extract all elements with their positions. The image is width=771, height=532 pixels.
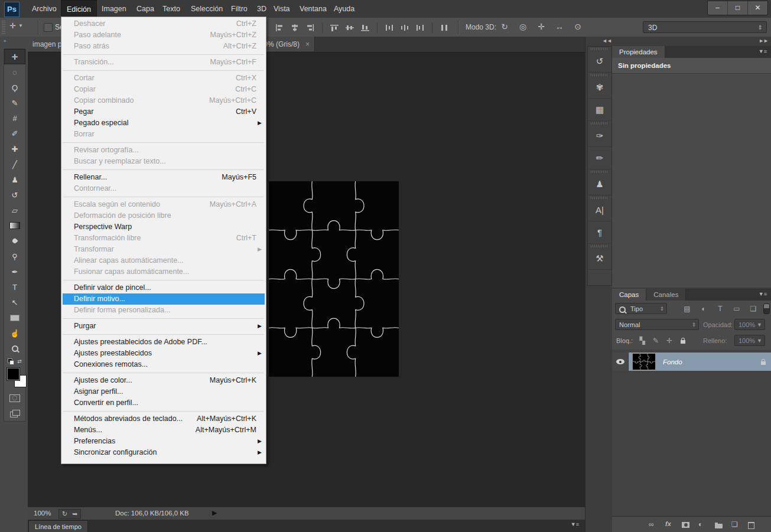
layer-mask-icon[interactable]	[682, 520, 689, 528]
collapse-tools-icon[interactable]: »	[4, 38, 5, 44]
layer-row-fondo[interactable]: Fondo	[612, 353, 771, 371]
history-panel-button[interactable]: ↺	[588, 50, 611, 73]
filter-smart-object-icon[interactable]: ❏	[747, 303, 760, 314]
quick-selection-tool[interactable]: ✎	[4, 95, 25, 110]
menu-item[interactable]: Ajustes preestablecidos de Adobe PDF...	[63, 337, 265, 348]
auto-select-checkbox[interactable]	[44, 23, 53, 32]
align-top-edges-icon[interactable]	[328, 23, 341, 32]
move-tool[interactable]: ✛	[4, 49, 25, 64]
healing-brush-tool[interactable]: ✚	[4, 141, 25, 156]
close-button[interactable]: ✕	[747, 1, 767, 15]
layer-effects-icon[interactable]: fx	[665, 520, 671, 527]
menu-item[interactable]: Rellenar...Mayús+F5	[63, 172, 265, 183]
distribute-center-icon[interactable]	[398, 23, 411, 32]
filter-image-icon[interactable]: ▤	[681, 303, 694, 314]
foreground-color-swatch[interactable]	[7, 368, 19, 380]
3d-zoom-icon[interactable]: ⊙	[571, 20, 584, 33]
menubar-item-capa[interactable]: Capa	[131, 0, 160, 18]
quick-mask-button[interactable]	[4, 390, 25, 406]
color-panel-button[interactable]: ✾	[588, 76, 611, 99]
minimize-button[interactable]: –	[708, 1, 727, 15]
lock-paint-icon[interactable]: ✎	[649, 335, 662, 345]
3d-pan-icon[interactable]: ✛	[535, 20, 548, 33]
menu-item[interactable]: Ajustes de color...Mayús+Ctrl+K	[63, 375, 265, 386]
gradient-tool[interactable]	[4, 218, 25, 233]
sync-status-icon[interactable]: ↻	[62, 510, 67, 518]
distribute-left-icon[interactable]	[383, 23, 396, 32]
maximize-button[interactable]: □	[727, 1, 747, 15]
workspace-selector[interactable]: 3D ⇕	[643, 21, 767, 33]
menubar-item-archivo[interactable]: Archivo	[27, 0, 62, 18]
delete-layer-icon[interactable]	[748, 520, 754, 529]
crop-tool[interactable]: #	[4, 110, 25, 126]
lasso-tool[interactable]: Ϙ	[4, 80, 25, 95]
filter-shape-icon[interactable]: ▭	[730, 303, 743, 314]
eraser-tool[interactable]: ▱	[4, 203, 25, 218]
screen-mode-button[interactable]	[4, 406, 25, 421]
expand-dock-icon[interactable]: ►►	[759, 38, 768, 44]
lock-position-icon[interactable]: ✛	[663, 335, 676, 345]
eyedropper-tool[interactable]: ✐	[4, 126, 25, 141]
menubar-item-vista[interactable]: Vista	[268, 0, 295, 18]
layer-thumbnail[interactable]	[632, 353, 656, 370]
new-layer-icon[interactable]: ❏	[731, 520, 738, 528]
menubar-item-selección[interactable]: Selección	[186, 0, 228, 18]
lock-all-icon[interactable]	[676, 335, 689, 345]
menu-item[interactable]: Sincronizar configuración▶	[63, 447, 265, 458]
filter-type-icon[interactable]: T	[714, 303, 727, 314]
clone-stamp-tool[interactable]: ♟	[4, 172, 25, 187]
menu-item[interactable]: Ajustes preestablecidos▶	[63, 348, 265, 359]
menu-item[interactable]: Definir valor de pincel...	[63, 282, 265, 293]
panel-menu-icon[interactable]: ▼≡	[571, 521, 579, 527]
menubar-item-filtro[interactable]: Filtro	[226, 0, 253, 18]
layer-group-icon[interactable]	[715, 520, 723, 528]
dodge-tool[interactable]: ⚲	[4, 249, 25, 264]
align-left-edges-icon[interactable]	[273, 23, 286, 32]
adjustment-layer-icon[interactable]: ◐	[698, 520, 702, 528]
panel-menu-icon[interactable]: ▼≡	[759, 291, 767, 297]
tool-presets-panel-button[interactable]: ⚒	[588, 247, 611, 270]
brush-presets-panel-button[interactable]: ✑	[588, 125, 611, 147]
clone-source-panel-button[interactable]: ♟	[588, 173, 611, 195]
swap-colors-icon[interactable]: ⇄	[17, 358, 22, 364]
status-menu-arrow-icon[interactable]: ▶	[212, 509, 217, 517]
menu-item[interactable]: Pegado especial▶	[63, 118, 265, 129]
history-brush-tool[interactable]: ↺	[4, 187, 25, 203]
timeline-tab[interactable]: Línea de tiempo	[28, 520, 88, 532]
distribute-right-icon[interactable]	[414, 23, 427, 32]
3d-roll-icon[interactable]: ◎	[516, 20, 529, 33]
type-tool[interactable]: T	[4, 279, 25, 295]
menu-item[interactable]: Convertir en perfil...	[63, 397, 265, 409]
path-selection-tool[interactable]: ↖	[4, 295, 25, 310]
pen-tool[interactable]: ✒	[4, 264, 25, 279]
lock-transparency-icon[interactable]: ▚	[636, 335, 649, 345]
filter-adjustment-icon[interactable]: ◐	[697, 303, 710, 314]
character-panel-button[interactable]: A|	[588, 199, 611, 221]
3d-slide-icon[interactable]: ↔	[553, 20, 566, 33]
menu-item[interactable]: Purgar▶	[63, 321, 265, 332]
distribute-spacing-icon[interactable]	[438, 23, 451, 32]
panel-menu-icon[interactable]: ▼≡	[759, 48, 767, 54]
tab-capas[interactable]: Capas	[612, 289, 646, 301]
blur-tool[interactable]	[4, 233, 25, 249]
swatches-panel-button[interactable]: ▦	[588, 99, 611, 121]
marquee-tool[interactable]: ◌	[4, 64, 25, 80]
layer-name[interactable]: Fondo	[663, 358, 761, 365]
export-icon[interactable]: ➥	[72, 510, 77, 518]
menubar-item-ventana[interactable]: Ventana	[294, 0, 332, 18]
align-right-edges-icon[interactable]	[304, 23, 317, 32]
menu-item[interactable]: Métodos abreviados de teclado...Alt+Mayú…	[63, 413, 265, 425]
fill-field[interactable]: 100% ▼	[734, 335, 765, 346]
menu-item[interactable]: PegarCtrl+V	[63, 106, 265, 118]
menu-item[interactable]: Perspective Warp	[63, 221, 265, 233]
collapse-dock-icon[interactable]: ◄◄	[602, 38, 611, 44]
menu-item[interactable]: Asignar perfil...	[63, 386, 265, 397]
menubar-item-edición[interactable]: Edición	[61, 0, 97, 18]
menubar-item-texto[interactable]: Texto	[157, 0, 186, 18]
menubar-item-imagen[interactable]: Imagen	[96, 0, 132, 18]
zoom-tool[interactable]	[4, 341, 25, 356]
brush-tool[interactable]: ╱	[4, 156, 25, 172]
opacity-field[interactable]: 100% ▼	[734, 319, 765, 330]
close-tab-icon[interactable]: ×	[305, 40, 310, 48]
filter-toggle-switch[interactable]	[763, 303, 770, 314]
